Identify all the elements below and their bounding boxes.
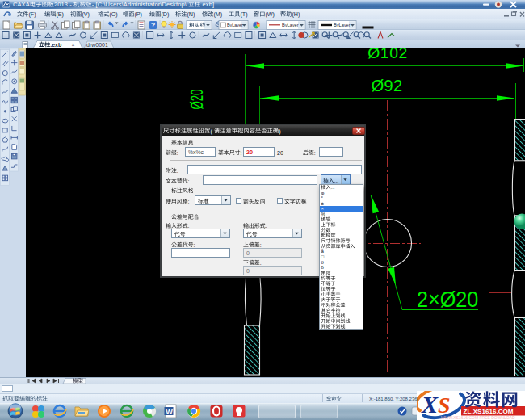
svg-text:X: X <box>421 391 439 418</box>
svg-text:S: S <box>438 393 451 418</box>
svg-text:W: W <box>166 408 173 416</box>
svg-text:?: ? <box>151 21 155 29</box>
svg-text:WWW.XS1616.COM FREE DOWNLOAD: WWW.XS1616.COM FREE DOWNLOAD <box>441 415 515 420</box>
